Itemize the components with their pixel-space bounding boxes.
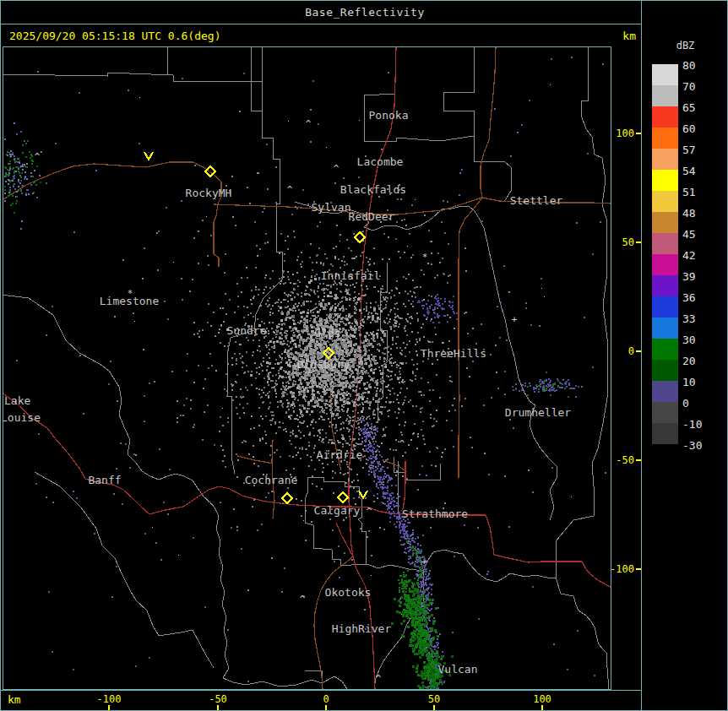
legend-color-swatch [652, 402, 678, 423]
legend-color-swatch [652, 212, 678, 233]
city-label: Ponoka [369, 109, 409, 122]
arrow-marker-icon [144, 152, 153, 160]
city-label: Blackfalds [340, 183, 406, 196]
echo-cluster-drumheller [512, 372, 579, 398]
right-axis-tick-label: 0 [628, 345, 634, 357]
legend-color-swatch [652, 149, 678, 170]
point-marker-caret: ^ [35, 151, 41, 162]
legend-value-label: 20 [682, 355, 696, 367]
bottom-axis-tick-mark [325, 705, 327, 710]
right-axis-tick-label: 100 [616, 128, 634, 139]
reflectivity-legend: dBZ 807065605754514845423936333020100-10… [642, 1, 728, 711]
city-label: ThreeHills [421, 347, 486, 360]
city-label: Louise [3, 411, 41, 424]
legend-color-swatch [652, 254, 678, 275]
right-axis-tick-label: 50 [622, 236, 634, 248]
legend-color-swatch [652, 64, 678, 85]
legend-value-label: 54 [682, 165, 696, 177]
city-label: Cochrane [245, 474, 298, 486]
echo-cluster-west-edge [4, 122, 47, 222]
legend-value-label: 42 [682, 249, 696, 262]
bottom-axis-tick-label: 0 [323, 693, 329, 705]
bottom-bar-divider [1, 690, 642, 691]
city-label: Banff [88, 474, 121, 486]
bottom-axis-tick-label: 50 [428, 693, 440, 705]
radar-map-viewport[interactable]: ^^^^^^^^**++ PonokaLacombeBlackfaldsSylv… [3, 46, 611, 690]
city-label: Limestone [100, 295, 160, 307]
arrow-marker-icon [359, 491, 367, 498]
legend-value-label: 60 [682, 122, 696, 135]
radar-map-canvas[interactable]: ^^^^^^^^**++ PonokaLacombeBlackfaldsSylv… [3, 47, 611, 689]
bottom-axis-tick-mark [541, 705, 543, 710]
point-marker-caret: ^ [376, 673, 382, 684]
bottom-axis-unit-label: km [8, 693, 21, 706]
city-label: Sundre [227, 324, 267, 337]
echo-cluster-green-4 [398, 568, 419, 598]
city-label: Lacombe [357, 155, 404, 168]
legend-value-label: 57 [682, 144, 696, 156]
range-axis-right: 100500-50-100 [611, 47, 641, 690]
point-marker-caret: ^ [306, 118, 312, 129]
city-label: RockyMH [186, 187, 232, 199]
legend-value-label: 51 [682, 186, 696, 198]
point-marker-asterisk: * [422, 252, 428, 263]
city-label: Lake [4, 394, 30, 407]
bottom-axis-tick-label: 100 [533, 693, 551, 705]
radar-site-marker-icon[interactable] [282, 493, 292, 503]
bottom-axis-tick-mark [217, 705, 219, 710]
bottom-axis-tick-mark [433, 705, 435, 710]
radar-site-marker-icon[interactable] [338, 492, 348, 502]
city-label: Airdrie [317, 448, 363, 461]
legend-value-label: 10 [682, 376, 696, 388]
legend-color-swatch [652, 296, 678, 318]
legend-color-swatch [652, 318, 678, 339]
city-label: Didsbury [297, 358, 350, 371]
title-bar: Base_Reflectivity [1, 1, 728, 24]
bottom-axis-tick-mark [108, 705, 110, 710]
legend-value-label: -30 [682, 439, 702, 452]
legend-value-label: 80 [682, 59, 696, 72]
legend-value-label: 45 [682, 228, 696, 241]
echo-cluster-green-2 [400, 604, 439, 670]
status-bar: 2025/09/20 05:15:18 UTC 0.6(deg) km [1, 24, 641, 46]
right-axis-unit-label: km [622, 30, 636, 42]
legend-color-swatch [652, 85, 678, 106]
point-marker-caret: ^ [367, 506, 372, 517]
legend-color-swatch [652, 360, 678, 381]
radar-echo-layer [4, 57, 606, 689]
legend-color-swatch [652, 339, 678, 360]
legend-color-swatch [652, 191, 678, 212]
range-axis-bottom: km -100-50050100 [1, 691, 641, 710]
city-label: Olds [314, 327, 340, 339]
legend-unit-label: dBZ [642, 40, 728, 52]
legend-value-label: 0 [682, 397, 689, 410]
city-label: HighRiver [332, 622, 392, 635]
legend-color-swatch [652, 170, 678, 191]
point-marker-caret: ^ [300, 594, 306, 605]
point-marker-plus: + [512, 314, 518, 325]
legend-color-swatch [652, 106, 678, 128]
legend-value-label: -10 [682, 418, 702, 431]
legend-value-label: 30 [682, 334, 696, 346]
legend-value-label: 36 [682, 291, 696, 304]
legend-value-label: 48 [682, 207, 696, 220]
legend-color-swatch [652, 275, 678, 296]
city-label: Okotoks [325, 586, 372, 599]
legend-color-swatch [652, 423, 678, 444]
city-label: Innisfail [321, 269, 380, 282]
city-label: RedDeer [349, 210, 395, 223]
legend-value-label: 33 [682, 312, 696, 325]
bottom-axis-tick-label: -100 [97, 693, 122, 705]
legend-color-swatch [652, 233, 678, 254]
radar-app-window: Base_Reflectivity 2025/09/20 05:15:18 UT… [0, 0, 728, 711]
point-marker-caret: ^ [334, 163, 340, 174]
legend-value-label: 39 [682, 270, 696, 283]
point-marker-caret: ^ [287, 184, 293, 195]
city-label: Strathmore [402, 507, 468, 520]
echo-cluster-threehills-nw [412, 294, 458, 328]
bottom-axis-tick-label: -50 [209, 693, 227, 705]
point-marker-plus: + [421, 556, 427, 567]
city-label: Vulcan [438, 663, 478, 676]
scan-timestamp: 2025/09/20 05:15:18 UTC 0.6(deg) [9, 30, 220, 42]
legend-color-swatch [652, 381, 678, 402]
